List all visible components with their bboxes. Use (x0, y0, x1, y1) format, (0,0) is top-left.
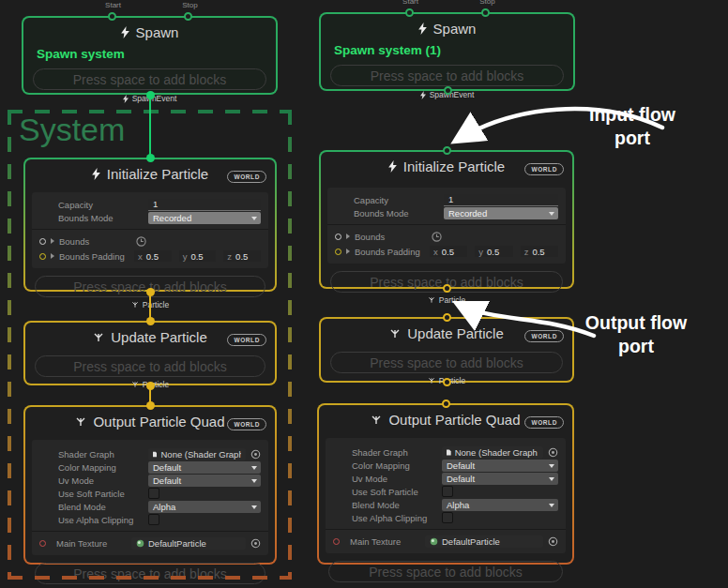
output-flow-port-annotation: Output flow port (574, 311, 698, 358)
output-input-flow-port[interactable] (442, 400, 450, 408)
shader-graph-label: Shader Graph (352, 447, 442, 458)
use-soft-particle-label: Use Soft Particle (352, 487, 442, 497)
lightning-icon (123, 95, 129, 103)
particle-icon (428, 296, 435, 304)
add-blocks-placeholder[interactable]: Press space to add blocks (328, 561, 563, 582)
bounds-padding-input-port[interactable] (335, 249, 341, 255)
padding-x-field[interactable]: x0.5 (430, 246, 467, 257)
capacity-field[interactable]: 1 (444, 194, 558, 206)
start-port-label: Start (402, 0, 418, 6)
node-title: Spawn (136, 24, 179, 40)
object-picker-icon[interactable] (548, 536, 558, 547)
foldout-arrow-icon[interactable] (346, 234, 350, 239)
color-mapping-label: Color Mapping (352, 460, 442, 471)
main-texture-label: Main Texture (350, 536, 425, 547)
node-title: Initialize Particle (403, 158, 505, 174)
world-space-badge[interactable]: WORLD (524, 163, 564, 175)
update-output-flow-port[interactable] (443, 378, 451, 386)
particle-icon (428, 377, 435, 384)
chevron-down-icon (549, 477, 554, 481)
world-space-badge[interactable]: WORLD (524, 330, 564, 342)
bounds-padding-label: Bounds Padding (355, 247, 430, 257)
start-flow-port[interactable]: Start (405, 8, 414, 17)
system-name-label[interactable]: Spawn system (1) (334, 43, 573, 57)
flow-edge-spawn-to-init[interactable] (149, 94, 152, 158)
padding-y-field[interactable]: y0.5 (475, 246, 512, 257)
foldout-arrow-icon[interactable] (346, 249, 350, 254)
bounds-mode-label: Bounds Mode (354, 208, 444, 219)
system-border-right (288, 110, 292, 580)
padding-z-field[interactable]: z0.5 (521, 246, 558, 257)
use-alpha-clipping-label: Use Alpha Clipping (352, 513, 442, 523)
uv-mode-label: Uv Mode (352, 474, 442, 484)
blend-mode-dropdown[interactable]: Alpha (442, 499, 558, 511)
system-group[interactable]: System (8, 110, 292, 580)
node-title: Output Particle Quad (388, 412, 520, 428)
start-port-label: Start (105, 1, 121, 9)
start-flow-port[interactable]: Start (108, 12, 116, 21)
update-output-flow-port[interactable] (146, 382, 155, 390)
shader-graph-field[interactable]: None (Shader Graph Vfx Asset) (442, 446, 543, 459)
bounds-label: Bounds (355, 232, 430, 242)
update-input-flow-port[interactable] (443, 313, 451, 322)
lightning-icon (418, 23, 427, 35)
main-texture-field[interactable]: DefaultParticle (425, 535, 543, 548)
output-particle-quad-node-right[interactable]: Output Particle Quad WORLD Shader Graph … (317, 403, 574, 565)
spawn-node-left[interactable]: Start Stop Spawn Spawn system Press spac… (22, 16, 278, 95)
init-input-flow-port[interactable] (443, 146, 451, 155)
texture-thumbnail-icon (430, 537, 438, 546)
spawn-output-flow-port[interactable] (444, 86, 452, 95)
add-blocks-placeholder[interactable]: Press space to add blocks (330, 352, 563, 373)
node-title: Update Particle (407, 325, 504, 341)
world-space-badge[interactable]: WORLD (524, 416, 564, 429)
system-group-title: System (19, 112, 125, 148)
system-border-bottom (8, 576, 292, 580)
add-blocks-placeholder[interactable]: Press space to add blocks (330, 65, 564, 86)
color-mapping-dropdown[interactable]: Default (442, 460, 558, 472)
lightning-icon (388, 160, 397, 173)
system-border-left (8, 110, 11, 580)
spawn-output-flow-port[interactable] (146, 91, 155, 99)
add-blocks-placeholder[interactable]: Press space to add blocks (33, 68, 266, 90)
object-picker-icon[interactable] (548, 447, 558, 458)
initialize-particle-node-right[interactable]: Initialize Particle WORLD Capacity 1 Bou… (319, 150, 574, 289)
output-input-flow-port[interactable] (146, 401, 155, 410)
lightning-icon (121, 26, 129, 38)
bounds-input-port[interactable] (335, 234, 341, 240)
particle-icon (371, 415, 382, 426)
system-name-label[interactable]: Spawn system (37, 47, 276, 61)
vfx-graph-canvas[interactable]: System Start Stop Spawn Spawn system Pre… (0, 0, 728, 588)
use-alpha-clipping-checkbox[interactable] (442, 512, 453, 523)
use-soft-particle-checkbox[interactable] (442, 486, 453, 497)
chevron-down-icon (549, 504, 554, 507)
chevron-down-icon (549, 212, 554, 216)
spawn-node-right[interactable]: Start Stop Spawn Spawn system (1) Press … (319, 12, 575, 91)
chevron-down-icon (549, 464, 554, 468)
node-title: Spawn (433, 21, 477, 37)
lightning-icon (420, 91, 426, 99)
clock-icon[interactable] (432, 232, 442, 242)
divider (327, 224, 566, 225)
init-input-flow-port[interactable] (146, 154, 155, 162)
init-output-flow-port[interactable] (443, 284, 451, 293)
particle-port-label: Particle (439, 295, 465, 305)
stop-port-label: Stop (182, 1, 197, 9)
init-output-flow-port[interactable] (146, 288, 155, 296)
input-flow-port-annotation: Input flow port (570, 103, 694, 150)
blend-mode-label: Blend Mode (352, 500, 442, 510)
update-input-flow-port[interactable] (146, 317, 155, 325)
uv-mode-dropdown[interactable]: Default (442, 473, 558, 485)
capacity-label: Capacity (354, 195, 444, 205)
particle-icon (389, 328, 401, 339)
stop-port-label: Stop (479, 0, 494, 6)
divider (326, 529, 566, 530)
file-icon (447, 448, 451, 457)
update-particle-node-right[interactable]: Update Particle WORLD Press space to add… (319, 317, 574, 383)
main-texture-input-port[interactable] (333, 538, 340, 545)
bounds-mode-dropdown[interactable]: Recorded (444, 207, 558, 219)
